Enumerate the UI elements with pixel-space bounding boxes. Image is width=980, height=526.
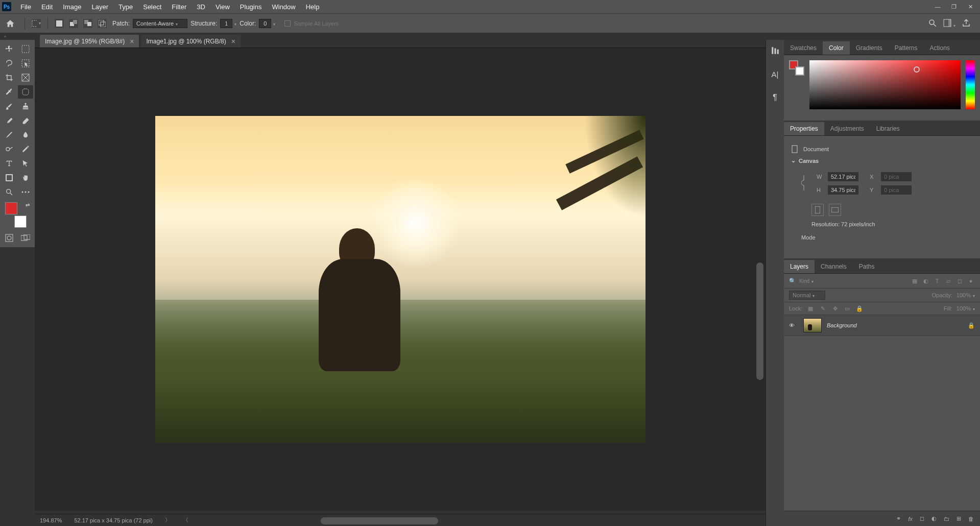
lock-all-icon[interactable]: 🔒	[855, 304, 864, 313]
share-icon[interactable]	[962, 18, 971, 29]
lock-pixels-icon[interactable]: ✎	[819, 304, 827, 313]
history-brush-tool[interactable]	[2, 114, 17, 127]
new-layer-icon[interactable]: ⊞	[957, 515, 961, 522]
color-swatches[interactable]: ⇄	[5, 202, 30, 228]
tab-color[interactable]: Color	[823, 41, 850, 55]
search-icon[interactable]: 🔍	[789, 278, 796, 284]
opacity-input[interactable]: 100%	[957, 292, 975, 298]
eraser-tool[interactable]	[18, 114, 33, 127]
color-cursor[interactable]	[914, 66, 920, 73]
tab-gradients[interactable]: Gradients	[850, 41, 889, 55]
width-input[interactable]	[828, 172, 858, 181]
swap-colors-icon[interactable]: ⇄	[26, 202, 30, 208]
lock-artboard-icon[interactable]: ▭	[843, 304, 851, 313]
crop-tool[interactable]	[2, 71, 17, 84]
close-tab-icon[interactable]: ×	[130, 37, 134, 45]
tab-properties[interactable]: Properties	[784, 122, 824, 135]
tab-channels[interactable]: Channels	[815, 260, 853, 273]
layer-name[interactable]: Background	[827, 322, 857, 328]
layer-mask-icon[interactable]: ◻	[920, 515, 924, 522]
menu-plugins[interactable]: Plugins	[235, 1, 267, 13]
more-tools[interactable]	[18, 185, 33, 199]
menu-help[interactable]: Help	[301, 1, 325, 13]
canvas-viewport[interactable]	[35, 48, 766, 511]
y-input[interactable]	[881, 185, 912, 195]
color-input[interactable]: 0	[259, 19, 271, 28]
lock-position-icon[interactable]: ✥	[831, 304, 839, 313]
patch-tool[interactable]	[18, 85, 33, 99]
menu-type[interactable]: Type	[113, 1, 138, 13]
panel-color-swatches[interactable]	[789, 60, 804, 76]
canvas-image[interactable]	[155, 116, 646, 443]
structure-stepper[interactable]	[232, 20, 236, 27]
character-panel-icon[interactable]: A|	[770, 68, 781, 80]
move-tool[interactable]	[2, 42, 17, 56]
tab-libraries[interactable]: Libraries	[870, 122, 906, 135]
blur-tool[interactable]	[18, 128, 33, 141]
eyedropper-tool[interactable]	[2, 85, 17, 99]
portrait-orientation[interactable]	[811, 204, 824, 216]
delete-layer-icon[interactable]: 🗑	[968, 516, 974, 522]
maximize-button[interactable]: ❐	[946, 2, 962, 12]
link-layers-icon[interactable]: ⚭	[896, 515, 901, 522]
gradient-tool[interactable]	[2, 128, 17, 141]
group-layers-icon[interactable]: 🗀	[944, 516, 949, 522]
filter-shape-icon[interactable]: ▱	[944, 277, 952, 285]
subtract-selection-icon[interactable]	[83, 18, 93, 29]
background-color[interactable]	[14, 216, 27, 228]
hue-slider[interactable]	[966, 60, 975, 109]
foreground-color[interactable]	[5, 202, 17, 214]
horizontal-scrollbar[interactable]	[321, 517, 438, 524]
patch-selection-mode[interactable]	[31, 18, 41, 29]
frame-tool[interactable]	[18, 71, 33, 84]
clone-stamp-tool[interactable]	[18, 100, 33, 113]
status-caret-left[interactable]: 〈	[183, 516, 188, 524]
adjustment-layer-icon[interactable]: ◐	[931, 515, 937, 522]
color-stepper[interactable]	[271, 20, 275, 27]
minimize-button[interactable]: —	[930, 2, 945, 12]
layer-thumbnail[interactable]	[803, 318, 822, 332]
filter-type-icon[interactable]: T	[933, 277, 941, 285]
filter-adjust-icon[interactable]: ◐	[922, 277, 930, 285]
fill-input[interactable]: 100%	[957, 305, 975, 312]
height-input[interactable]	[828, 185, 858, 195]
tab-adjustments[interactable]: Adjustments	[824, 122, 870, 135]
path-select-tool[interactable]	[18, 157, 33, 170]
menu-edit[interactable]: Edit	[36, 1, 58, 13]
screen-mode-tool[interactable]	[18, 231, 33, 245]
close-tab-icon[interactable]: ×	[231, 37, 235, 45]
tab-layers[interactable]: Layers	[784, 260, 815, 273]
patch-mode-select[interactable]: Content-Aware	[133, 19, 187, 28]
workspace-switcher[interactable]	[943, 19, 955, 28]
blend-mode-select[interactable]: Normal	[789, 291, 825, 300]
quick-mask-tool[interactable]	[2, 231, 17, 245]
menu-file[interactable]: File	[15, 1, 36, 13]
add-selection-icon[interactable]	[68, 18, 79, 29]
new-selection-icon[interactable]	[54, 18, 64, 29]
menu-view[interactable]: View	[210, 1, 235, 13]
menu-layer[interactable]: Layer	[87, 1, 114, 13]
tab-patterns[interactable]: Patterns	[889, 41, 924, 55]
menu-image[interactable]: Image	[58, 1, 86, 13]
document-dimensions[interactable]: 52.17 pica x 34.75 pica (72 ppi)	[74, 517, 153, 523]
vertical-scrollbar[interactable]	[756, 262, 763, 380]
menu-select[interactable]: Select	[138, 1, 166, 13]
filter-smart-icon[interactable]: ◻	[955, 277, 964, 285]
zoom-level[interactable]: 194.87%	[40, 517, 62, 523]
search-icon[interactable]	[928, 18, 937, 29]
structure-input[interactable]: 1	[220, 19, 232, 28]
home-button[interactable]	[3, 16, 17, 31]
zoom-tool[interactable]	[2, 185, 17, 199]
status-caret[interactable]: 〉	[165, 516, 171, 524]
layer-style-icon[interactable]: fx	[908, 516, 913, 522]
sample-all-checkbox[interactable]	[284, 20, 291, 27]
tab-actions[interactable]: Actions	[923, 41, 955, 55]
toolbar-handle[interactable]: «	[1, 34, 9, 39]
document-tab-1[interactable]: Image.jpg @ 195% (RGB/8#)×	[40, 35, 139, 47]
paragraph-panel-icon[interactable]: ¶	[770, 92, 781, 103]
landscape-orientation[interactable]	[829, 204, 841, 216]
menu-3d[interactable]: 3D	[192, 1, 210, 13]
hand-tool[interactable]	[18, 171, 33, 184]
tab-swatches[interactable]: Swatches	[784, 41, 823, 55]
document-tab-2[interactable]: Image1.jpg @ 100% (RGB/8)×	[141, 35, 240, 47]
